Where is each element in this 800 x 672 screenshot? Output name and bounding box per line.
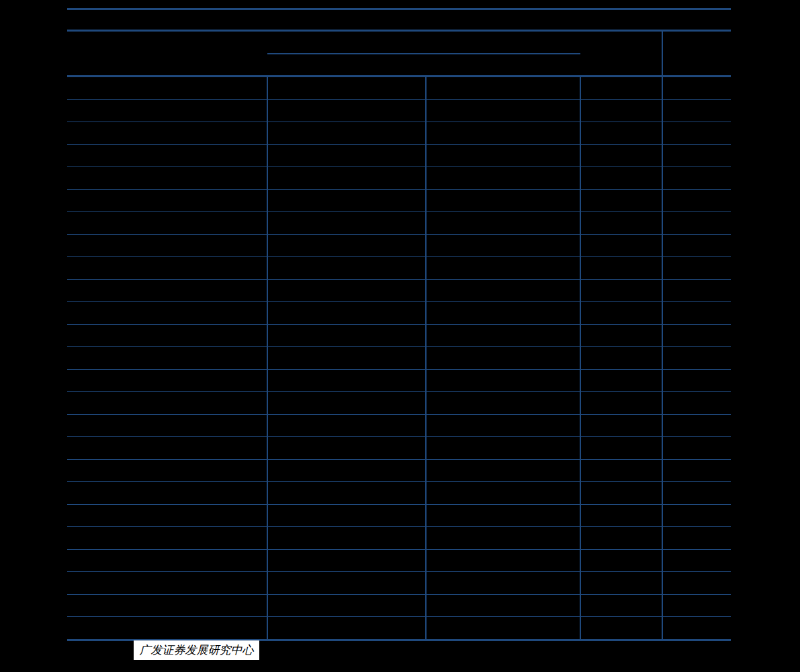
table-cell <box>267 190 426 212</box>
table-column-separator-line <box>580 77 581 639</box>
table-cell <box>426 415 580 437</box>
table-cell <box>662 347 731 369</box>
table-row <box>67 482 731 505</box>
table-row <box>67 145 731 168</box>
table-cell <box>580 145 662 167</box>
table-cell <box>67 190 267 212</box>
table-cell <box>580 527 662 549</box>
table-cell <box>662 77 731 99</box>
table-cell <box>580 235 662 257</box>
table-row <box>67 190 731 213</box>
table-row <box>67 302 731 325</box>
top-rule-primary <box>67 8 731 10</box>
table-cell <box>267 415 426 437</box>
table-cell <box>426 460 580 482</box>
table-cell <box>67 302 267 324</box>
table-cell <box>662 527 731 549</box>
table-row <box>67 235 731 258</box>
header-span-underline <box>267 53 580 54</box>
table-cell <box>267 437 426 459</box>
table-row <box>67 392 731 415</box>
table-row <box>67 370 731 393</box>
table-cell <box>67 392 267 414</box>
table-cell <box>580 167 662 189</box>
table-cell <box>580 370 662 392</box>
source-attribution-label: 广发证券发展研究中心 <box>134 640 259 660</box>
table-row <box>67 257 731 280</box>
table-row <box>67 100 731 123</box>
table-cell <box>662 460 731 482</box>
data-table <box>67 75 731 641</box>
source-attribution-text: 广发证券发展研究中心 <box>140 642 254 658</box>
table-cell <box>580 100 662 122</box>
table-cell <box>426 370 580 392</box>
table-cell <box>580 617 662 639</box>
table-cell <box>426 302 580 324</box>
table-cell <box>426 122 580 144</box>
document-page: 广发证券发展研究中心 <box>0 0 800 672</box>
table-cell <box>662 212 731 234</box>
table-cell <box>426 77 580 99</box>
table-cell <box>267 550 426 572</box>
table-cell <box>67 145 267 167</box>
table-cell <box>662 280 731 302</box>
table-cell <box>580 190 662 212</box>
table-cell <box>662 617 731 639</box>
table-cell <box>580 302 662 324</box>
table-cell <box>662 325 731 347</box>
table-body <box>67 77 731 639</box>
table-row <box>67 347 731 370</box>
table-cell <box>426 550 580 572</box>
table-cell <box>426 257 580 279</box>
table-cell <box>662 415 731 437</box>
table-cell <box>580 212 662 234</box>
table-cell <box>426 212 580 234</box>
table-cell <box>662 505 731 527</box>
table-cell <box>662 572 731 594</box>
table-row <box>67 527 731 550</box>
table-row <box>67 167 731 190</box>
table-cell <box>662 595 731 617</box>
table-cell <box>426 235 580 257</box>
table-cell <box>580 257 662 279</box>
table-cell <box>662 100 731 122</box>
table-cell <box>267 167 426 189</box>
table-row <box>67 437 731 460</box>
table-cell <box>580 347 662 369</box>
table-cell <box>426 190 580 212</box>
table-cell <box>662 392 731 414</box>
table-cell <box>67 212 267 234</box>
table-cell <box>67 370 267 392</box>
table-cell <box>267 235 426 257</box>
table-cell <box>426 617 580 639</box>
table-cell <box>267 527 426 549</box>
table-cell <box>662 257 731 279</box>
table-cell <box>67 550 267 572</box>
table-cell <box>580 122 662 144</box>
table-row <box>67 505 731 528</box>
table-row <box>67 617 731 639</box>
table-cell <box>67 122 267 144</box>
table-row <box>67 325 731 348</box>
table-cell <box>267 77 426 99</box>
table-row <box>67 415 731 438</box>
table-cell <box>67 527 267 549</box>
table-cell <box>580 550 662 572</box>
table-cell <box>426 392 580 414</box>
table-cell <box>67 482 267 504</box>
table-cell <box>267 460 426 482</box>
table-cell <box>67 505 267 527</box>
table-cell <box>67 100 267 122</box>
table-cell <box>67 325 267 347</box>
table-cell <box>67 257 267 279</box>
table-cell <box>662 145 731 167</box>
table-cell <box>662 302 731 324</box>
table-cell <box>662 167 731 189</box>
table-cell <box>267 100 426 122</box>
table-cell <box>426 167 580 189</box>
table-cell <box>426 505 580 527</box>
table-cell <box>67 572 267 594</box>
table-cell <box>267 392 426 414</box>
table-cell <box>662 550 731 572</box>
table-cell <box>426 100 580 122</box>
